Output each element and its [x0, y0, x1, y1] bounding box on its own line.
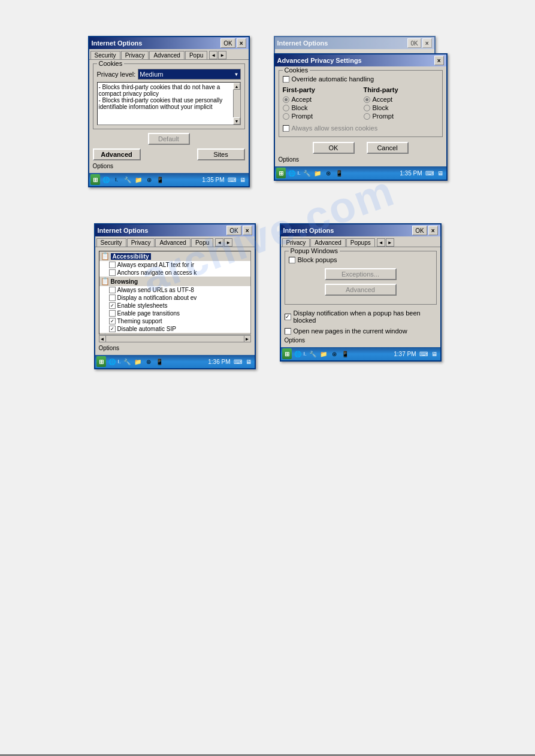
- taskbar-kb-2[interactable]: ⌨: [425, 168, 434, 178]
- tab-popu-3[interactable]: Popu: [191, 238, 213, 247]
- ok-title-btn-1[interactable]: OK: [220, 38, 235, 48]
- taskbar-icon-globe-2[interactable]: 🌐: [287, 168, 297, 178]
- session-cookies-checkbox[interactable]: [283, 125, 289, 132]
- open-new-checkbox[interactable]: [285, 328, 291, 335]
- hscroll-left-btn[interactable]: ◄: [99, 335, 106, 342]
- cb-theming[interactable]: [109, 318, 116, 324]
- taskbar-icon-i-3[interactable]: I.: [118, 359, 121, 365]
- taskbar-keyboard-icon-1[interactable]: ⌨: [227, 175, 237, 184]
- exceptions-btn[interactable]: Exceptions...: [325, 268, 397, 280]
- block-popups-checkbox[interactable]: [289, 257, 295, 263]
- taskbar-icon-4-bt[interactable]: ⊛: [330, 349, 339, 359]
- close-title-btn-4[interactable]: ×: [428, 226, 438, 235]
- taskbar-icon-2-5[interactable]: 📱: [334, 168, 344, 178]
- taskbar-icon-3-3[interactable]: 📁: [133, 357, 143, 366]
- advanced-popup-btn[interactable]: Advanced: [325, 284, 397, 296]
- fp-prompt-radio[interactable]: [283, 113, 289, 120]
- notify-checkbox[interactable]: [285, 314, 291, 320]
- taskbar-icon-bt[interactable]: ⊛: [144, 175, 154, 184]
- taskbar-icon-4-3[interactable]: 📁: [319, 349, 328, 359]
- close-title-btn-3[interactable]: ×: [243, 226, 252, 235]
- start-button-1[interactable]: ⊞: [90, 174, 100, 185]
- taskbar-icon-2-3[interactable]: 📁: [313, 168, 322, 178]
- taskbar-icon-4[interactable]: 📁: [134, 175, 143, 184]
- taskbar-icon-i-2[interactable]: I.: [298, 170, 301, 176]
- tab-prev-btn-3[interactable]: ◄: [215, 238, 223, 247]
- stylesheets-label: Enable stylesheets: [117, 302, 168, 309]
- tab-security-3[interactable]: Security: [96, 238, 126, 247]
- ok-title-btn-3[interactable]: OK: [226, 226, 241, 235]
- taskbar-icon-4-5[interactable]: 📱: [340, 349, 350, 359]
- tab-popups-4[interactable]: Popups: [346, 238, 375, 247]
- advanced-listbox[interactable]: 📋 Accessibility Always expand ALT text f…: [99, 251, 251, 335]
- taskbar-sc-4[interactable]: 🖥: [430, 349, 439, 359]
- taskbar-sc-3[interactable]: 🖥: [244, 357, 253, 366]
- tab-prev-btn-1[interactable]: ◄: [209, 51, 217, 59]
- tab-next-btn-3[interactable]: ►: [224, 238, 232, 247]
- tp-accept-radio[interactable]: [364, 96, 370, 103]
- cb-utf8[interactable]: [109, 287, 116, 293]
- tab-privacy-3[interactable]: Privacy: [127, 238, 155, 247]
- tab-security-1[interactable]: Security: [90, 51, 120, 59]
- start-button-4[interactable]: ⊞: [282, 348, 292, 359]
- ok-title-btn-2-bg[interactable]: 0K: [407, 38, 421, 48]
- dialog-cancel-btn[interactable]: Cancel: [367, 142, 409, 154]
- tab-next-btn-4[interactable]: ►: [386, 238, 394, 247]
- tab-popu-1[interactable]: Popu: [185, 51, 207, 59]
- tab-advanced-1[interactable]: Advanced: [149, 51, 184, 59]
- taskbar-icon-5[interactable]: 📱: [155, 175, 165, 184]
- taskbar-kb-4[interactable]: ⌨: [419, 349, 428, 359]
- cb-anchors[interactable]: [109, 269, 116, 276]
- tab-privacy-1[interactable]: Privacy: [121, 51, 149, 60]
- taskbar-icon-globe-1[interactable]: 🌐: [101, 175, 111, 184]
- close-title-btn-2-bg[interactable]: ×: [422, 38, 432, 48]
- taskbar-icon-2[interactable]: I.: [112, 175, 122, 184]
- tab-advanced-4[interactable]: Advanced: [310, 238, 345, 247]
- taskbar-icon-3-2[interactable]: 🔧: [122, 357, 132, 366]
- dialog-titlebar: Advanced Privacy Settings ×: [275, 54, 446, 66]
- ok-title-btn-4[interactable]: OK: [412, 226, 427, 235]
- scroll-down-btn-1[interactable]: ▼: [233, 117, 240, 125]
- taskbar-icon-2-2[interactable]: 🔧: [302, 168, 312, 178]
- start-button-3[interactable]: ⊞: [96, 356, 106, 367]
- cb-alt[interactable]: [109, 262, 116, 268]
- taskbar-sc-2[interactable]: 🖥: [436, 168, 445, 178]
- section-icon-browsing: 📋: [101, 277, 110, 286]
- taskbar-icon-globe-4[interactable]: 🌐: [293, 349, 303, 359]
- tp-prompt-radio[interactable]: [364, 113, 370, 120]
- fp-accept-radio[interactable]: [283, 96, 289, 103]
- tab-next-btn-1[interactable]: ►: [218, 51, 226, 59]
- cb-transitions[interactable]: [109, 310, 116, 317]
- close-title-btn-1[interactable]: ×: [237, 38, 246, 48]
- hscroll-right-btn[interactable]: ►: [244, 335, 251, 342]
- taskbar-icon-2-bt[interactable]: ⊛: [324, 168, 333, 178]
- tab-advanced-3[interactable]: Advanced: [155, 238, 190, 247]
- cb-stylesheets[interactable]: [109, 302, 116, 309]
- taskbar-screen-icon-1[interactable]: 🖥: [238, 175, 247, 184]
- privacy-level-select[interactable]: Medium ▼: [138, 69, 240, 80]
- tab-prev-btn-4[interactable]: ◄: [377, 238, 385, 247]
- dialog-ok-btn[interactable]: OK: [313, 142, 355, 154]
- cb-notify[interactable]: [109, 294, 116, 301]
- start-button-2[interactable]: ⊞: [276, 168, 286, 178]
- titlebar-3: Internet Options OK ×: [95, 224, 255, 236]
- default-btn-1[interactable]: Default: [148, 133, 190, 145]
- advanced-privacy-dialog: Advanced Privacy Settings × Cookies Over…: [274, 53, 448, 181]
- taskbar-kb-3[interactable]: ⌨: [233, 357, 243, 366]
- override-checkbox[interactable]: [283, 76, 289, 83]
- sites-btn-1[interactable]: Sites: [197, 148, 245, 160]
- tab-privacy-4[interactable]: Privacy: [282, 238, 310, 247]
- taskbar-icon-i-4[interactable]: I.: [304, 351, 307, 357]
- advanced-btn-1[interactable]: Advanced: [93, 148, 141, 160]
- taskbar-icon-3[interactable]: 🔧: [123, 175, 132, 184]
- dialog-close-btn[interactable]: ×: [434, 56, 444, 65]
- cb-sip[interactable]: [109, 326, 116, 332]
- scroll-up-btn-1[interactable]: ▲: [233, 83, 240, 90]
- tp-block-radio[interactable]: [364, 105, 370, 111]
- taskbar-icon-4-2[interactable]: 🔧: [308, 349, 318, 359]
- taskbar-icon-3-5[interactable]: 📱: [155, 357, 164, 366]
- taskbar-icon-globe-3[interactable]: 🌐: [107, 357, 117, 366]
- fp-block-radio[interactable]: [283, 105, 289, 111]
- taskbar-icon-3-bt[interactable]: ⊛: [144, 357, 153, 366]
- scrollbar-v-1[interactable]: ▲ ▼: [233, 83, 240, 125]
